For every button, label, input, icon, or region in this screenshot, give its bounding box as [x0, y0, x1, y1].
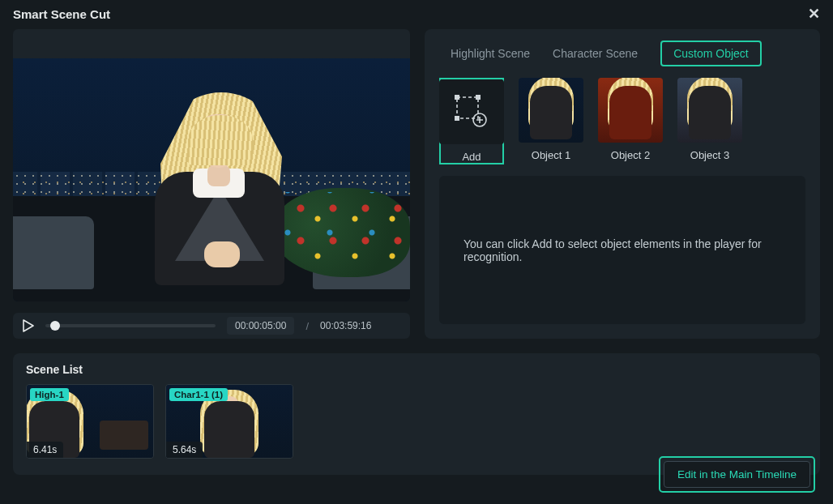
time-separator: / [305, 320, 309, 332]
object-slot-3[interactable]: Object 3 [677, 78, 742, 164]
window-title: Smart Scene Cut [13, 7, 110, 21]
object-slot-1[interactable]: Object 1 [519, 78, 583, 164]
scene-tabs: Highlight Scene Character Scene Custom O… [439, 41, 805, 66]
player-controls: 00:00:05:00 / 00:03:59:16 [13, 313, 410, 339]
svg-rect-1 [455, 95, 459, 100]
scene-badge: High-1 [30, 388, 69, 401]
svg-rect-2 [476, 95, 481, 100]
scene-card[interactable]: Char1-1 (1) 5.64s [165, 384, 293, 459]
object-slot-2[interactable]: Object 2 [598, 78, 663, 164]
scene-list-title: Scene List [26, 363, 807, 376]
preview-topbar [13, 29, 410, 58]
scene-badge: Char1-1 (1) [169, 388, 228, 401]
add-selection-icon [454, 94, 489, 130]
edit-timeline-highlight: Edit in the Main Timeline [659, 456, 815, 493]
add-object-button[interactable]: Add [439, 78, 504, 164]
tab-highlight-scene[interactable]: Highlight Scene [451, 47, 530, 60]
object-label: Object 1 [532, 149, 570, 161]
tab-character-scene[interactable]: Character Scene [553, 47, 638, 60]
progress-thumb[interactable] [50, 321, 60, 331]
hint-text: You can click Add to select object eleme… [463, 237, 781, 263]
object-label: Object 3 [690, 149, 729, 161]
play-icon[interactable] [23, 319, 34, 332]
scene-config-panel: Highlight Scene Character Scene Custom O… [425, 29, 820, 339]
objects-row: Add Object 1 Object 2 Object 3 [439, 78, 805, 164]
close-icon[interactable]: ✕ [808, 6, 820, 21]
add-object-label: Add [462, 151, 481, 163]
total-time: 00:03:59:16 [320, 320, 371, 331]
tab-custom-object[interactable]: Custom Object [660, 41, 762, 66]
hint-panel: You can click Add to select object eleme… [439, 176, 805, 324]
scene-duration: 5.64s [166, 442, 203, 458]
svg-rect-3 [455, 116, 459, 121]
edit-in-main-timeline-button[interactable]: Edit in the Main Timeline [664, 461, 810, 488]
current-time: 00:00:05:00 [227, 317, 294, 335]
progress-track[interactable] [45, 324, 216, 327]
object-label: Object 2 [611, 149, 650, 161]
video-preview-panel: 00:00:05:00 / 00:03:59:16 [13, 29, 410, 339]
video-frame[interactable] [13, 58, 410, 301]
scene-duration: 6.41s [27, 442, 63, 458]
scene-card[interactable]: High-1 6.41s [26, 384, 154, 459]
